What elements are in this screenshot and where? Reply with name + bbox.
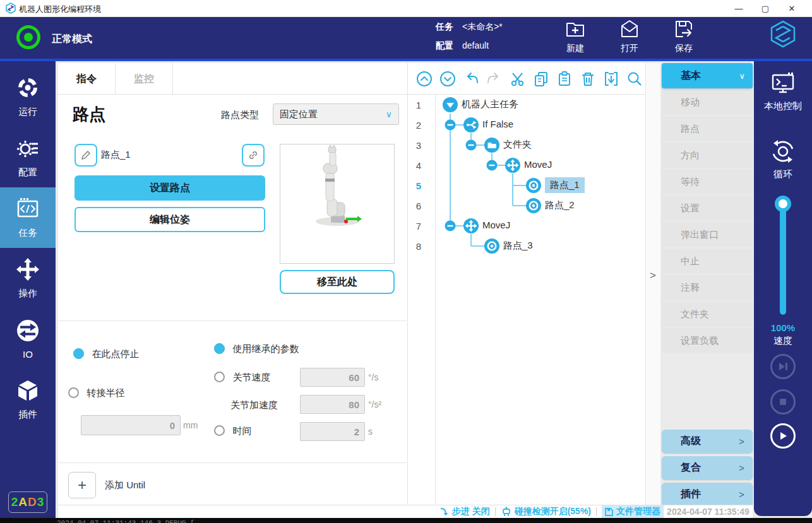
step-mode-status[interactable]: 步进 关闭 bbox=[439, 506, 490, 517]
play-button[interactable] bbox=[770, 423, 796, 449]
collapse-minus-icon[interactable] bbox=[445, 119, 456, 131]
open-button[interactable]: 打开 bbox=[610, 18, 649, 54]
palette-group-plugin[interactable]: 插件> bbox=[662, 483, 753, 506]
save-button[interactable]: 保存 bbox=[664, 18, 703, 54]
link-waypoint-button[interactable] bbox=[242, 144, 265, 167]
waypoint-type-label: 路点类型 bbox=[221, 109, 259, 121]
mode-label: 正常模式 bbox=[52, 33, 92, 46]
window-title: 机器人图形化编程环境 bbox=[19, 4, 101, 15]
speed-slider-track[interactable] bbox=[780, 201, 786, 315]
status-bar: 步进 关闭 碰撞检测开启(55%) 文件管理器 2024-04-07 11:35… bbox=[58, 505, 753, 518]
new-button[interactable]: 新建 bbox=[556, 18, 595, 54]
chevron-down-icon: ∨ bbox=[386, 104, 392, 124]
add-until-button[interactable]: + bbox=[68, 472, 96, 498]
sidebar-item-task[interactable]: 任务 bbox=[0, 187, 56, 248]
tree-node-2[interactable]: If False bbox=[482, 119, 513, 129]
loop-button[interactable]: 循环 bbox=[754, 138, 812, 180]
io-icon bbox=[15, 318, 40, 345]
left-sidebar: 运行配置任务操作IO插件 2AD3 bbox=[0, 61, 56, 518]
panel-expander[interactable]: > bbox=[645, 63, 660, 505]
joint-accel-unit: °/s² bbox=[368, 399, 381, 409]
blend-radius-radio[interactable]: 转接半径 bbox=[68, 387, 124, 399]
brand-logo-icon bbox=[768, 19, 798, 52]
code-icon bbox=[15, 196, 40, 223]
local-control-button[interactable]: 本地控制 bbox=[754, 71, 812, 112]
maximize-button[interactable]: ▢ bbox=[753, 0, 778, 17]
blend-radius-input[interactable]: 0 bbox=[81, 415, 181, 435]
tree-node-8[interactable]: 路点_3 bbox=[503, 240, 533, 252]
sidebar-item-plugin[interactable]: 插件 bbox=[0, 369, 56, 430]
palette-items: 移动路点方向等待设置弹出窗口中止注释文件夹设置负载 bbox=[662, 90, 753, 353]
plus-icon: + bbox=[78, 476, 87, 494]
open-label: 打开 bbox=[621, 43, 638, 54]
movej-icon[interactable] bbox=[463, 218, 479, 234]
collapse-minus-icon[interactable] bbox=[445, 220, 456, 232]
chevron-right-icon: > bbox=[739, 436, 744, 447]
palette-group-label: 复合 bbox=[681, 461, 701, 474]
tree-node-4[interactable]: MoveJ bbox=[524, 159, 552, 170]
waypoint-icon[interactable] bbox=[484, 238, 500, 254]
sidebar-item-config[interactable]: 配置 bbox=[0, 127, 56, 187]
joint-accel-input[interactable]: 80 bbox=[300, 395, 365, 414]
time-radio[interactable]: 时间 bbox=[214, 425, 251, 437]
collapse-minus-icon[interactable] bbox=[486, 160, 498, 171]
collapse-minus-icon[interactable] bbox=[465, 139, 477, 151]
joint-accel-label: 关节加速度 bbox=[230, 399, 278, 411]
edit-pose-button[interactable]: 编辑位姿 bbox=[75, 207, 265, 232]
step-forward-icon bbox=[777, 361, 789, 372]
badge-char: A bbox=[18, 495, 28, 509]
local-control-label: 本地控制 bbox=[764, 100, 802, 112]
waypoint-name: 路点_1 bbox=[101, 149, 131, 161]
tab-command[interactable]: 指令 bbox=[58, 63, 116, 95]
tree-node-1[interactable]: 机器人主任务 bbox=[462, 98, 518, 110]
palette-item-direction: 方向 bbox=[662, 143, 753, 168]
sidebar-item-io[interactable]: IO bbox=[0, 309, 56, 369]
palette-item-comment: 注释 bbox=[662, 275, 753, 300]
waypoint-icon[interactable] bbox=[525, 197, 542, 214]
radio-on-icon bbox=[214, 343, 225, 354]
movej-icon[interactable] bbox=[505, 157, 521, 173]
tree-connector bbox=[471, 245, 485, 247]
form-divider bbox=[59, 462, 407, 463]
palette-group-composite[interactable]: 复合> bbox=[662, 456, 753, 479]
blend-radius-unit: mm bbox=[183, 420, 198, 430]
joint-speed-radio[interactable]: 关节速度 bbox=[214, 372, 270, 384]
branch-icon[interactable] bbox=[463, 117, 479, 133]
collapse-icon[interactable] bbox=[442, 97, 458, 113]
waypoint-icon[interactable] bbox=[525, 177, 542, 194]
collision-icon bbox=[501, 507, 512, 517]
set-waypoint-button[interactable]: 设置路点 bbox=[75, 175, 265, 201]
palette-item-payload: 设置负载 bbox=[662, 328, 753, 353]
waypoint-type-select[interactable]: 固定位置 ∨ bbox=[273, 103, 399, 125]
tree-node-7[interactable]: MoveJ bbox=[482, 220, 510, 230]
tree-node-3[interactable]: 文件夹 bbox=[503, 139, 532, 151]
palette-group-advanced[interactable]: 高级> bbox=[662, 430, 753, 453]
stop-here-radio[interactable]: 在此点停止 bbox=[73, 348, 139, 360]
badge-char: 2 bbox=[11, 495, 19, 509]
rename-waypoint-button[interactable] bbox=[75, 144, 97, 167]
close-button[interactable]: ✕ bbox=[779, 0, 804, 17]
new-folder-icon bbox=[564, 18, 586, 42]
collision-status[interactable]: 碰撞检测开启(55%) bbox=[501, 506, 591, 517]
window-titlebar: 机器人图形化编程环境 — ▢ ✕ bbox=[0, 0, 812, 17]
palette-group-basic[interactable]: 基本 ∨ bbox=[662, 63, 753, 88]
sidebar-item-run[interactable]: 运行 bbox=[0, 66, 56, 127]
folder-icon[interactable] bbox=[484, 137, 500, 153]
sidebar-item-operate[interactable]: 操作 bbox=[0, 248, 56, 309]
time-unit: s bbox=[368, 426, 373, 437]
move-here-button[interactable]: 移至此处 bbox=[280, 270, 395, 294]
tree-node-5[interactable]: 路点_1 bbox=[545, 177, 585, 193]
stop-button[interactable] bbox=[770, 389, 796, 414]
save-icon bbox=[673, 18, 695, 42]
tab-monitor[interactable]: 监控 bbox=[116, 63, 173, 95]
sidebar-item-label: 任务 bbox=[18, 227, 37, 239]
inherit-params-radio[interactable]: 使用继承的参数 bbox=[214, 343, 299, 355]
speed-slider-handle[interactable] bbox=[775, 196, 791, 212]
tree-node-6[interactable]: 路点_2 bbox=[545, 199, 575, 211]
file-manager-status[interactable]: 文件管理器 bbox=[602, 505, 663, 519]
palette-group-label: 高级 bbox=[681, 435, 701, 448]
minimize-button[interactable]: — bbox=[726, 0, 751, 17]
time-input[interactable]: 2 bbox=[300, 422, 365, 441]
joint-speed-input[interactable]: 60 bbox=[300, 368, 365, 387]
step-forward-button[interactable] bbox=[770, 354, 796, 379]
